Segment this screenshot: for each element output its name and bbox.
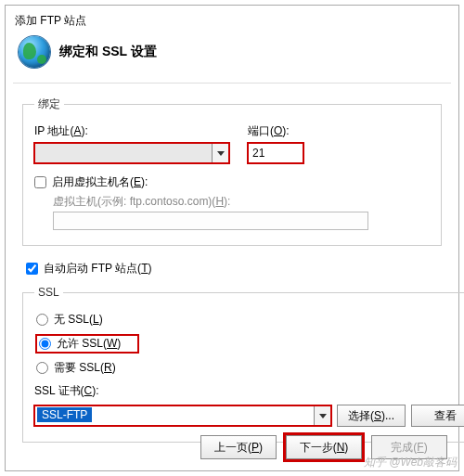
page-title: 绑定和 SSL 设置 bbox=[59, 44, 157, 60]
ip-label: IP 地址(A): bbox=[34, 123, 229, 139]
wizard-footer: 上一页(P) 下一步(N) 完成(F) bbox=[200, 435, 447, 459]
auto-start-checkbox[interactable] bbox=[26, 263, 38, 275]
no-ssl-radio[interactable] bbox=[36, 314, 48, 326]
ssl-cert-combo[interactable]: SSL-FTP bbox=[34, 405, 331, 426]
binding-group: 绑定 IP 地址(A): 端口(O): 启用虚拟主机名(E): bbox=[22, 96, 442, 246]
binding-legend: 绑定 bbox=[34, 96, 64, 112]
finish-button: 完成(F) bbox=[371, 435, 447, 459]
no-ssl-label: 无 SSL(L) bbox=[54, 312, 103, 328]
ip-address-dropdown-button[interactable] bbox=[212, 144, 228, 162]
port-input[interactable] bbox=[248, 143, 303, 163]
auto-start-label: 自动启动 FTP 站点(T) bbox=[44, 261, 151, 277]
enable-vhost-label: 启用虚拟主机名(E): bbox=[52, 174, 148, 190]
vhost-input bbox=[53, 212, 368, 230]
next-button[interactable]: 下一步(N) bbox=[286, 435, 362, 459]
view-cert-button[interactable]: 查看 bbox=[411, 405, 464, 427]
port-label: 端口(O): bbox=[248, 123, 303, 139]
ssl-cert-dropdown-button[interactable] bbox=[314, 406, 330, 425]
ip-address-input[interactable] bbox=[35, 144, 212, 162]
prev-button[interactable]: 上一页(P) bbox=[200, 435, 277, 459]
enable-vhost-checkbox[interactable] bbox=[34, 176, 46, 188]
chevron-down-icon bbox=[319, 414, 327, 418]
ip-address-combo[interactable] bbox=[34, 143, 229, 163]
allow-ssl-radio[interactable] bbox=[39, 338, 51, 350]
dialog-title: 添加 FTP 站点 bbox=[6, 6, 458, 34]
ssl-legend: SSL bbox=[34, 286, 63, 299]
divider bbox=[13, 83, 451, 84]
cert-label: SSL 证书(C): bbox=[34, 383, 464, 399]
chevron-down-icon bbox=[217, 151, 225, 156]
vhost-label: 虚拟主机(示例: ftp.contoso.com)(H): bbox=[53, 195, 230, 208]
require-ssl-label: 需要 SSL(R) bbox=[54, 360, 116, 376]
allow-ssl-label: 允许 SSL(W) bbox=[57, 336, 121, 352]
require-ssl-radio[interactable] bbox=[36, 362, 48, 374]
globe-icon bbox=[19, 36, 50, 68]
select-cert-button[interactable]: 选择(S)... bbox=[337, 405, 406, 427]
ssl-group: SSL 无 SSL(L) 允许 SSL(W) 需要 SSL(R) SSL 证书(… bbox=[22, 286, 464, 443]
ssl-cert-value: SSL-FTP bbox=[37, 407, 92, 422]
